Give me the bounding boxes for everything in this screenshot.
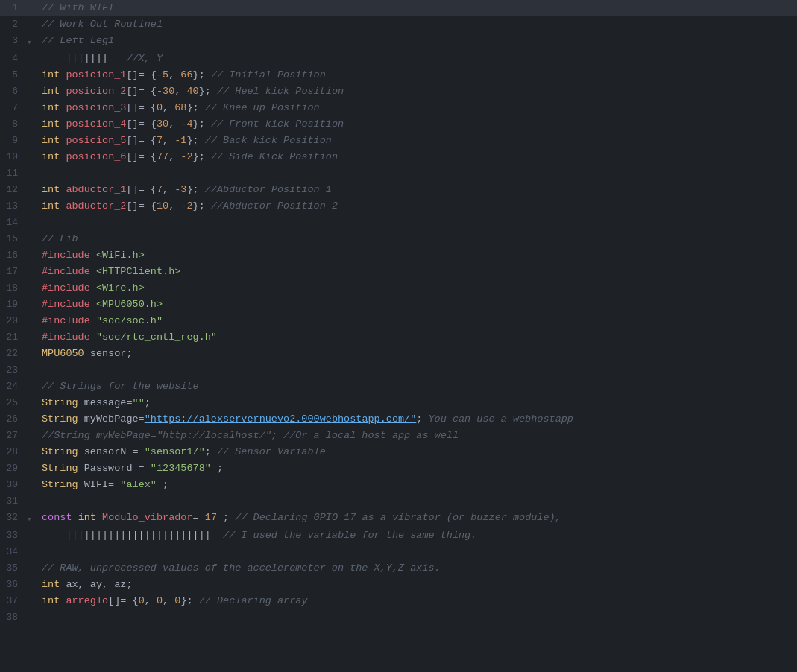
code-content: int ax, ay, az;	[39, 577, 797, 593]
token: };	[193, 151, 211, 162]
token: Password =	[78, 463, 151, 474]
token: // Front kick Position	[211, 118, 344, 130]
line-number: 32	[0, 510, 27, 526]
line-number: 34	[0, 544, 27, 560]
token: int	[42, 184, 60, 195]
token	[90, 282, 96, 294]
code-content: String Password = "12345678" ;	[39, 460, 797, 477]
token: String	[42, 446, 78, 457]
line-number: 18	[0, 280, 27, 297]
code-content: #include <HTTPClient.h>	[39, 264, 797, 280]
token: -4	[180, 118, 192, 130]
token: []= {	[126, 102, 157, 113]
code-line: 32▾const int Modulo_vibrador= 17 ; // De…	[0, 510, 797, 527]
fold-arrow	[27, 577, 39, 578]
line-number: 11	[0, 165, 27, 182]
code-line: 11	[0, 165, 797, 182]
fold-arrow	[27, 100, 39, 101]
token: };	[180, 595, 198, 606]
code-content: #include <WiFi.h>	[39, 247, 797, 264]
code-line: 24// Strings for the website	[0, 378, 797, 395]
fold-arrow[interactable]: ▾	[27, 33, 39, 51]
token: // Lib	[42, 233, 78, 244]
fold-arrow	[27, 346, 39, 347]
token: };	[193, 69, 211, 80]
token: // With WIFI	[42, 2, 114, 13]
token: []= {	[126, 86, 157, 97]
token: 7	[157, 184, 163, 195]
token: []= {	[126, 118, 157, 130]
token	[90, 266, 96, 277]
code-line: 4 ||||||| //X, Y	[0, 51, 797, 67]
token: "alex"	[120, 479, 157, 490]
token: |||||||	[42, 53, 126, 64]
token: posicion_5	[66, 135, 126, 146]
code-line: 23	[0, 362, 797, 378]
line-number: 17	[0, 264, 27, 280]
code-content: #include "soc/soc.h"	[39, 313, 797, 329]
code-content: // Strings for the website	[39, 378, 797, 395]
token: ,	[163, 135, 174, 146]
code-line: 12int abductor_1[]= {7, -3}; //Abductor …	[0, 182, 797, 198]
line-number: 5	[0, 67, 27, 83]
token: #include	[42, 282, 90, 294]
token: ;	[211, 463, 223, 474]
token: String	[42, 413, 78, 425]
line-number: 14	[0, 215, 27, 231]
line-number: 7	[0, 100, 27, 116]
token: // Heel kick Position	[217, 86, 344, 97]
token: #include	[42, 299, 90, 310]
token: You can use a webhostapp	[429, 413, 573, 425]
token: sensorN =	[78, 446, 145, 457]
line-number: 9	[0, 133, 27, 149]
token	[90, 332, 96, 343]
token: ,	[168, 200, 180, 212]
code-content	[39, 215, 797, 231]
token: 10	[157, 200, 168, 212]
code-line: 37int arreglo[]= {0, 0, 0}; // Declaring…	[0, 593, 797, 609]
token: []= {	[126, 184, 157, 195]
token	[90, 315, 96, 326]
code-content: // Work Out Routine1	[39, 16, 797, 33]
code-line: 18#include <Wire.h>	[0, 280, 797, 297]
token: int	[42, 579, 60, 590]
fold-arrow	[27, 133, 39, 134]
token: };	[186, 135, 204, 146]
token: ,	[168, 69, 180, 80]
token: "sensor1/"	[145, 446, 205, 457]
token: []= {	[126, 151, 157, 162]
token	[90, 299, 96, 310]
code-line: 20#include "soc/soc.h"	[0, 313, 797, 329]
token: -5	[157, 69, 168, 80]
code-content: int posicion_3[]= {0, 68}; // Knee up Po…	[39, 100, 797, 116]
code-content: int abductor_1[]= {7, -3}; //Abductor Po…	[39, 182, 797, 198]
fold-arrow[interactable]: ▾	[27, 510, 39, 527]
fold-arrow	[27, 378, 39, 380]
token: ;	[205, 446, 217, 457]
fold-arrow	[27, 411, 39, 413]
token: 66	[180, 69, 192, 80]
line-number: 6	[0, 83, 27, 100]
line-number: 22	[0, 346, 27, 362]
token: []= {	[126, 200, 157, 212]
token: -30	[157, 86, 174, 97]
fold-arrow	[27, 329, 39, 331]
token: <MPU6050.h>	[96, 299, 163, 310]
code-line: 38	[0, 609, 797, 626]
token: };	[186, 102, 204, 113]
code-content: |||||||||||||||||||||||| // I used the v…	[39, 527, 797, 544]
token: message=	[78, 397, 133, 408]
token: abductor_2	[66, 200, 126, 212]
code-line: 15// Lib	[0, 231, 797, 247]
token: ;	[145, 397, 151, 408]
token: };	[193, 118, 211, 130]
token: int	[42, 595, 60, 606]
code-line: 36int ax, ay, az;	[0, 577, 797, 593]
fold-arrow	[27, 215, 39, 216]
code-line: 6int posicion_2[]= {-30, 40}; // Heel ki…	[0, 83, 797, 100]
token: String	[42, 479, 78, 490]
line-number: 10	[0, 149, 27, 165]
token: // I used the variable for the same thin…	[211, 530, 476, 541]
code-line: 22MPU6050 sensor;	[0, 346, 797, 362]
code-content	[39, 493, 797, 510]
